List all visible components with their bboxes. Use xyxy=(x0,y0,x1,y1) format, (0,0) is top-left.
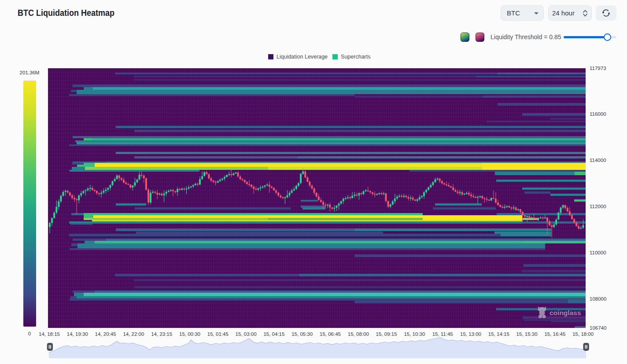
svg-text:14, 20:45: 14, 20:45 xyxy=(95,331,116,337)
svg-text:108000: 108000 xyxy=(590,296,606,301)
svg-text:14, 22:00: 14, 22:00 xyxy=(123,331,144,337)
svg-text:117973: 117973 xyxy=(590,66,606,71)
svg-text:15, 15:30: 15, 15:30 xyxy=(516,331,538,337)
svg-text:14, 23:15: 14, 23:15 xyxy=(151,331,172,337)
svg-text:110000: 110000 xyxy=(590,250,606,255)
svg-text:coinglass: coinglass xyxy=(550,309,581,316)
svg-text:15, 11:45: 15, 11:45 xyxy=(432,331,453,337)
svg-text:201.36M: 201.36M xyxy=(20,70,40,75)
svg-text:15, 04:15: 15, 04:15 xyxy=(263,331,284,337)
svg-text:106740: 106740 xyxy=(590,325,606,331)
svg-text:112000: 112000 xyxy=(590,204,606,209)
svg-text:15, 18:00: 15, 18:00 xyxy=(572,331,594,337)
svg-text:15, 08:00: 15, 08:00 xyxy=(348,331,369,337)
svg-text:15, 01:45: 15, 01:45 xyxy=(207,331,229,337)
svg-text:15, 05:30: 15, 05:30 xyxy=(291,331,313,337)
svg-text:14, 18:15: 14, 18:15 xyxy=(39,331,60,337)
svg-text:15, 13:00: 15, 13:00 xyxy=(460,331,481,337)
svg-text:15, 14:15: 15, 14:15 xyxy=(488,331,509,337)
svg-text:15, 03:00: 15, 03:00 xyxy=(236,331,257,337)
svg-text:14, 19:30: 14, 19:30 xyxy=(67,331,88,337)
svg-text:114000: 114000 xyxy=(590,158,606,163)
svg-text:116000: 116000 xyxy=(590,111,606,117)
svg-text:0: 0 xyxy=(28,331,31,336)
svg-text:15, 09:15: 15, 09:15 xyxy=(376,331,397,337)
svg-text:15, 10:30: 15, 10:30 xyxy=(404,331,425,337)
svg-text:15, 06:45: 15, 06:45 xyxy=(320,331,341,337)
svg-text:15, 16:45: 15, 16:45 xyxy=(544,331,565,337)
svg-text:15, 00:30: 15, 00:30 xyxy=(179,331,200,337)
